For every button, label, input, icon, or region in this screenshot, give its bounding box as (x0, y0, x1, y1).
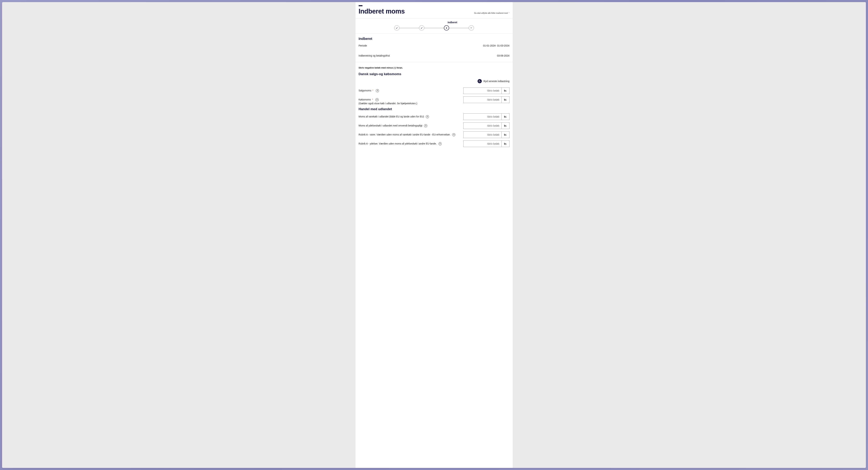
deadline-label: Indberetning og betalingsfrist (359, 54, 390, 57)
salgsmoms-row: Salgsmoms * ? kr. (359, 88, 509, 94)
varekob-udland-input-group: kr. (463, 113, 509, 120)
page-content: Indberet moms Du skal udfylde alle felte… (355, 2, 513, 468)
ydelseskob-udland-label-col: Moms af ydelseskøb i udlandet med omvend… (359, 123, 460, 127)
rubrik-a-ydelser-row: Rubrik A - ydelser. Værdien uden moms af… (359, 140, 509, 147)
required-note-text: Du skal udfylde alle felter markeret med (474, 12, 508, 14)
content-scroll[interactable]: Indberet moms Du skal udfylde alle felte… (2, 2, 866, 468)
required-fields-note: Du skal udfylde alle felter markeret med… (474, 12, 509, 15)
required-asterisk: * (372, 98, 373, 101)
required-asterisk: * (509, 12, 509, 14)
help-icon[interactable]: ? (376, 89, 379, 92)
varekob-udland-label-col: Moms af varekøb i udlandet (både EU og l… (359, 113, 460, 118)
period-label: Periode (359, 44, 367, 47)
salgsmoms-label-col: Salgsmoms * ? (359, 88, 460, 92)
help-icon[interactable]: ? (438, 142, 442, 145)
varekob-udland-label: Moms af varekøb i udlandet (både EU og l… (359, 115, 424, 118)
form-section: Skriv negative beløb med minus (-) foran… (355, 62, 513, 153)
refresh-icon (478, 80, 481, 82)
varekob-udland-row: Moms af varekøb i udlandet (både EU og l… (359, 113, 509, 120)
stepper-section: Indberet 3 (355, 19, 513, 34)
help-icon[interactable]: ? (452, 133, 455, 136)
reset-icon (477, 79, 482, 83)
kobsmoms-sublabel: (Gælder også visse køb i udlandet. Se hj… (359, 102, 460, 105)
rubrik-a-ydelser-input[interactable] (463, 140, 501, 147)
salgsmoms-input[interactable] (463, 88, 501, 94)
rubrik-a-varer-label: Rubrik A - varer. Værdien uden moms af v… (359, 133, 451, 136)
help-icon[interactable]: ? (424, 124, 427, 127)
rubrik-a-ydelser-input-group: kr. (463, 140, 509, 147)
negative-amount-hint: Skriv negative beløb med minus (-) foran… (359, 66, 509, 69)
svg-rect-3 (472, 28, 472, 28)
dk-vat-section-title: Dansk salgs-og købsmoms (359, 72, 509, 76)
svg-rect-4 (470, 28, 471, 28)
step-1-done[interactable] (394, 25, 399, 31)
step-3-current[interactable]: 3 (444, 25, 449, 31)
reset-label: Ryd seneste indtastning (484, 80, 509, 82)
currency-suffix: kr. (501, 123, 509, 129)
deadline-row: Indberetning og betalingsfrist 03-06-202… (359, 54, 509, 57)
rubrik-a-varer-label-col: Rubrik A - varer. Værdien uden moms af v… (359, 131, 460, 136)
info-section: Indberet Periode 01-01-2024- 31-03-2024 … (355, 34, 513, 62)
period-row: Periode 01-01-2024- 31-03-2024 (359, 44, 509, 47)
flag-icon (470, 27, 472, 29)
varekob-udland-input[interactable] (463, 113, 501, 120)
kobsmoms-input[interactable] (463, 96, 501, 103)
help-icon[interactable]: ? (375, 98, 379, 101)
app-window: Indberet moms Du skal udfylde alle felte… (2, 2, 866, 468)
currency-suffix: kr. (501, 140, 509, 147)
page-title: Indberet moms (359, 8, 405, 15)
ydelseskob-udland-input-group: kr. (463, 123, 509, 129)
checkmark-icon (421, 27, 423, 29)
ydelseskob-udland-input[interactable] (463, 123, 501, 129)
step-2-done[interactable] (419, 25, 424, 31)
reset-row[interactable]: Ryd seneste indtastning (359, 79, 509, 83)
checkmark-icon (396, 27, 398, 29)
kobsmoms-label: Købsmoms (359, 98, 371, 101)
deadline-value: 03-06-2024 (497, 54, 509, 57)
help-icon[interactable]: ? (426, 115, 429, 118)
progress-stepper: 3 (359, 25, 509, 31)
rubrik-a-ydelser-label: Rubrik A - ydelser. Værdien uden moms af… (359, 142, 437, 145)
kobsmoms-input-group: kr. (463, 96, 509, 103)
period-value: 01-01-2024- 31-03-2024 (483, 44, 509, 47)
ydelseskob-udland-label: Moms af ydelseskøb i udlandet med omvend… (359, 124, 422, 127)
salgsmoms-input-group: kr. (463, 88, 509, 94)
currency-suffix: kr. (501, 96, 509, 103)
top-accent-bar (359, 5, 363, 6)
currency-suffix: kr. (501, 88, 509, 94)
kobsmoms-label-col: Købsmoms * ? (Gælder også visse køb i ud… (359, 96, 460, 105)
svg-rect-2 (471, 28, 471, 28)
svg-rect-1 (471, 27, 472, 28)
page-header: Indberet moms Du skal udfylde alle felte… (355, 8, 513, 19)
step-4-final[interactable] (469, 25, 474, 31)
required-asterisk: * (372, 89, 373, 92)
currency-suffix: kr. (501, 131, 509, 138)
salgsmoms-label: Salgsmoms (359, 89, 371, 92)
rubrik-a-varer-input[interactable] (463, 131, 501, 138)
rubrik-a-varer-row: Rubrik A - varer. Værdien uden moms af v… (359, 131, 509, 138)
svg-rect-0 (470, 27, 471, 28)
currency-suffix: kr. (501, 113, 509, 120)
rubrik-a-varer-input-group: kr. (463, 131, 509, 138)
rubrik-a-ydelser-label-col: Rubrik A - ydelser. Værdien uden moms af… (359, 140, 460, 145)
stepper-active-label: Indberet (396, 21, 509, 24)
kobsmoms-row: Købsmoms * ? (Gælder også visse køb i ud… (359, 96, 509, 105)
ydelseskob-udland-row: Moms af ydelseskøb i udlandet med omvend… (359, 123, 509, 129)
foreign-trade-section-title: Handel med udlandet (359, 107, 509, 111)
info-section-title: Indberet (359, 37, 509, 41)
svg-rect-5 (471, 28, 472, 28)
